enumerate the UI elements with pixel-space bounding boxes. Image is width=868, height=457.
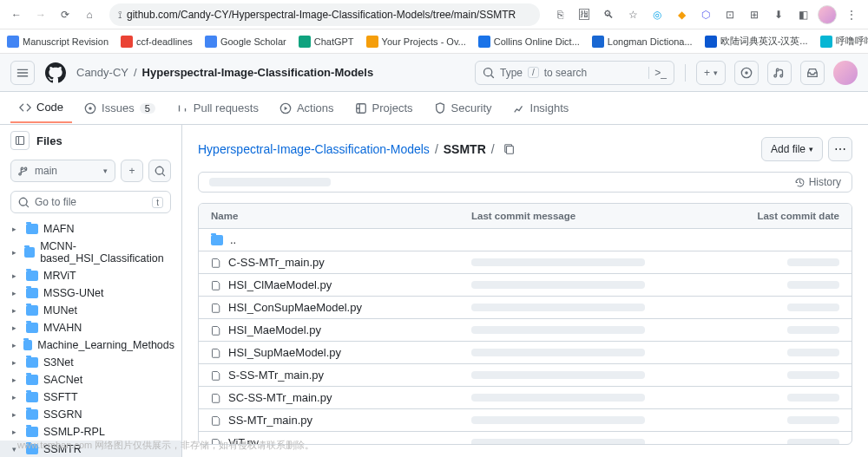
tab-projects[interactable]: Projects <box>346 96 422 120</box>
file-icon <box>211 369 221 382</box>
tree-folder[interactable]: ▸MAFN <box>0 220 181 238</box>
downloads-icon[interactable]: ⬇ <box>769 5 788 24</box>
copy-path-button[interactable] <box>500 140 519 159</box>
bookmark-star-icon[interactable]: ☆ <box>623 5 642 24</box>
zoom-icon[interactable]: 🔍︎ <box>599 5 618 24</box>
tab-issues[interactable]: Issues5 <box>76 96 164 120</box>
chevron-right-icon: ▸ <box>12 410 21 419</box>
file-filter-input[interactable]: Go to file t <box>10 191 171 213</box>
project-icon <box>355 102 367 114</box>
parent-repo-link[interactable]: Hyperspectral-Image-Classification-Model… <box>198 142 430 156</box>
tree-folder[interactable]: ▸Machine_Learning_Methods <box>0 336 181 354</box>
chrome-menu-icon[interactable]: ⋮ <box>842 5 861 24</box>
file-link[interactable]: HSI_ClMaeModel.py <box>228 278 332 291</box>
extensions-icon[interactable]: ⊞ <box>745 5 764 24</box>
commit-msg-placeholder <box>471 304 645 311</box>
file-link[interactable]: SC-SS-MTr_main.py <box>228 391 332 404</box>
tree-item-label: S3Net <box>43 356 74 369</box>
pull-requests-tray-button[interactable] <box>767 61 792 85</box>
tree-folder[interactable]: ▸MRViT <box>0 267 181 284</box>
address-bar[interactable]: ⟟ github.com/Candy-CY/Hyperspectral-Imag… <box>109 3 540 26</box>
back-button[interactable]: ← <box>7 5 26 24</box>
github-logo[interactable] <box>43 61 68 85</box>
table-row[interactable]: C-SS-MTr_main.py <box>199 251 852 274</box>
tree-folder[interactable]: ▸S3Net <box>0 354 181 371</box>
file-icon <box>211 279 221 291</box>
commit-msg-placeholder <box>471 371 645 379</box>
bookmark-item[interactable]: Google Scholar <box>205 36 286 48</box>
more-options-button[interactable]: ⋯ <box>828 137 852 161</box>
file-link[interactable]: HSI_MaeModel.py <box>228 323 321 336</box>
chevron-right-icon: ▸ <box>12 393 21 402</box>
file-link[interactable]: HSI_SupMaeModel.py <box>228 346 341 359</box>
folder-icon <box>26 357 38 368</box>
table-row[interactable]: HSI_ClMaeModel.py <box>199 274 852 297</box>
bookmark-item[interactable]: ChatGPT <box>299 36 354 48</box>
svg-rect-7 <box>506 147 513 154</box>
table-row[interactable]: SC-SS-MTr_main.py <box>199 387 852 409</box>
bookmark-item[interactable]: 呼噜呼噜 ( ˘ )っ... <box>820 35 869 48</box>
sidepanel-icon[interactable]: ◧ <box>793 5 812 24</box>
tree-folder[interactable]: ▸MSSG-UNet <box>0 284 181 302</box>
collapse-tree-button[interactable] <box>10 131 30 150</box>
global-search[interactable]: Type / to search >_ <box>475 61 674 85</box>
reload-button[interactable]: ⟳ <box>56 5 75 24</box>
bookmark-item[interactable]: Manuscript Revision <box>7 36 108 48</box>
tree-item-label: SSFTT <box>43 391 78 403</box>
tree-folder[interactable]: ▸SSGRN <box>0 406 181 423</box>
bookmark-item[interactable]: ccf-deadlines <box>121 36 193 48</box>
commit-msg-placeholder <box>471 349 645 356</box>
git-branch-icon <box>18 166 30 177</box>
table-row[interactable]: S-SS-MTr_main.py <box>199 364 852 387</box>
search-files-button[interactable] <box>148 160 171 182</box>
forward-button[interactable]: → <box>31 5 50 24</box>
table-row[interactable]: HSI_ConSupMaeModel.py <box>199 297 852 319</box>
tab-insights[interactable]: Insights <box>504 96 578 120</box>
translate-icon[interactable]: 🈯︎ <box>575 5 594 24</box>
copy-icon <box>503 143 516 155</box>
parent-dir-row[interactable]: .. <box>199 229 852 251</box>
commit-msg-placeholder <box>471 258 645 266</box>
tree-folder[interactable]: ▸MUNet <box>0 302 181 319</box>
table-row[interactable]: HSI_MaeModel.py <box>199 319 852 342</box>
ext-icon-4[interactable]: ⊡ <box>720 5 740 24</box>
tree-folder[interactable]: ▸SSFTT <box>0 388 181 406</box>
add-file-dropdown[interactable]: Add file▾ <box>761 137 823 161</box>
table-row[interactable]: HSI_SupMaeModel.py <box>199 342 852 364</box>
tree-folder[interactable]: ▸SACNet <box>0 371 181 388</box>
file-link[interactable]: S-SS-MTr_main.py <box>228 369 324 382</box>
history-link[interactable]: History <box>794 176 841 188</box>
file-link[interactable]: SS-MTr_main.py <box>228 414 312 427</box>
create-new-button[interactable]: +▾ <box>696 61 726 85</box>
branch-selector[interactable]: main ▾ <box>10 160 115 182</box>
issues-tray-button[interactable] <box>734 61 759 85</box>
file-link[interactable]: C-SS-MTr_main.py <box>228 256 325 269</box>
tab-actions[interactable]: Actions <box>271 96 343 120</box>
tree-folder[interactable]: ▸MVAHN <box>0 319 181 336</box>
table-row[interactable]: SS-MTr_main.py <box>199 409 852 432</box>
repo-link[interactable]: Hyperspectral-Image-Classification-Model… <box>142 66 374 79</box>
tab-code[interactable]: Code <box>10 95 72 123</box>
bookmark-item[interactable]: Longman Dictiona... <box>592 36 693 48</box>
profile-avatar[interactable] <box>818 5 837 24</box>
ext-icon-2[interactable]: ◆ <box>672 5 691 24</box>
add-file-button[interactable]: + <box>121 160 143 182</box>
tab-security[interactable]: Security <box>425 96 501 120</box>
bookmark-item[interactable]: Your Projects - Ov... <box>366 36 466 48</box>
file-link[interactable]: HSI_ConSupMaeModel.py <box>228 301 362 314</box>
user-avatar[interactable] <box>833 61 858 85</box>
global-nav-menu[interactable] <box>10 61 35 85</box>
owner-link[interactable]: Candy-CY <box>76 66 128 79</box>
ext-icon-1[interactable]: ◎ <box>648 5 667 24</box>
notifications-button[interactable] <box>800 61 825 85</box>
home-button[interactable]: ⌂ <box>80 5 99 24</box>
send-tab-icon[interactable]: ⎘ <box>550 5 569 24</box>
bookmark-item[interactable]: Collins Online Dict... <box>478 36 580 48</box>
ext-icon-3[interactable]: ⬡ <box>696 5 715 24</box>
bookmark-item[interactable]: 欧陆词典英汉-汉英... <box>705 35 808 48</box>
tab-pull-requests[interactable]: Pull requests <box>168 96 267 120</box>
folder-icon <box>26 375 38 385</box>
chevron-right-icon: ▸ <box>12 289 21 297</box>
tree-folder[interactable]: ▸MCNN-based_HSI_Classification <box>0 238 181 267</box>
tree-folder[interactable]: ▸SSMLP-RPL <box>0 423 181 441</box>
